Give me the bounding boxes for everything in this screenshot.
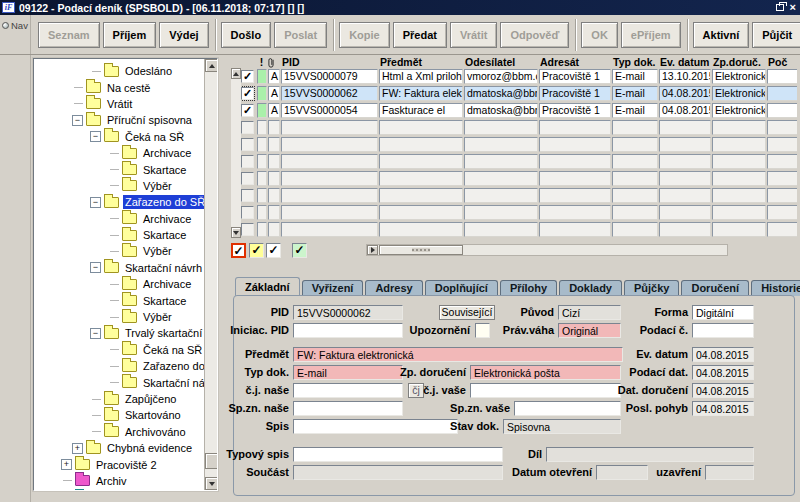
row-checkbox[interactable]: ✓ xyxy=(241,87,254,100)
tree-item-vr-tit[interactable]: Vrátit xyxy=(34,96,217,112)
filter-checkbox-green[interactable]: ✓ xyxy=(292,243,307,258)
close-date-field[interactable] xyxy=(705,465,754,480)
tree-item-archivace[interactable]: Archivace xyxy=(34,145,217,161)
collapse-icon[interactable]: − xyxy=(90,262,101,273)
tree-item-trval-skarta-n-souhlas[interactable]: −Trvalý skartační souhlas xyxy=(34,325,217,341)
filter-checkbox-red[interactable]: ✓ xyxy=(231,243,246,258)
toolbar-button-p-jem[interactable]: Příjem xyxy=(103,22,157,48)
toolbar-button-aktivn[interactable]: Aktivní xyxy=(693,22,750,48)
tab-dopl-uj-c-d[interactable]: Doplňující úd. xyxy=(425,280,498,296)
table-row[interactable]: ✓A15VVS0000054Faskturace eldmatoska@bbm.… xyxy=(231,102,797,119)
tree-item-skartace[interactable]: Skartace xyxy=(34,292,217,308)
tab-historie[interactable]: Historie xyxy=(751,280,800,296)
delivered-date-field[interactable] xyxy=(692,383,754,398)
scroll-down-icon[interactable] xyxy=(205,477,218,490)
row-checkbox[interactable] xyxy=(241,172,254,185)
open-date-field[interactable] xyxy=(596,465,648,480)
table-row-empty[interactable] xyxy=(231,170,797,187)
collapse-icon[interactable]: − xyxy=(72,115,83,126)
tab-adresy[interactable]: Adresy xyxy=(365,280,422,296)
tree-item-v-b-r[interactable]: Výběr xyxy=(34,243,217,259)
collapse-icon[interactable]: − xyxy=(90,131,101,142)
row-checkbox[interactable] xyxy=(241,223,254,236)
tree-item-item[interactable] xyxy=(34,489,217,491)
tab-p-lohy[interactable]: Přílohy xyxy=(500,280,557,296)
toolbar-button-p-j-it[interactable]: Půjčit xyxy=(752,22,800,48)
tree-item-za-azeno-do-s[interactable]: Zařazeno do SŘ xyxy=(34,358,217,374)
tree-item-skarta-n-n-vrh[interactable]: Skartační návrh xyxy=(34,374,217,390)
tree-item-v-b-r[interactable]: Výběr xyxy=(34,309,217,325)
tree-item-ek-na-s[interactable]: −Čeká na SŘ xyxy=(34,129,217,145)
last-move-field[interactable] xyxy=(692,401,754,416)
tree-scrollbar[interactable] xyxy=(204,59,217,490)
filter-checkbox-yellow[interactable]: ✓ xyxy=(249,243,264,258)
scroll-down-icon[interactable] xyxy=(231,227,241,238)
tree-item-skartace[interactable]: Skartace xyxy=(34,227,217,243)
row-checkbox[interactable]: ✓ xyxy=(241,104,254,117)
tab-vy-izen[interactable]: Vyřizení xyxy=(302,280,364,296)
volume-field[interactable] xyxy=(546,447,754,462)
legal-weight-field[interactable] xyxy=(558,323,621,338)
your-file-ref-field[interactable] xyxy=(514,401,621,416)
table-row-empty[interactable] xyxy=(231,119,797,136)
tree-item-archivace[interactable]: Archivace xyxy=(34,276,217,292)
delivery-method-field[interactable] xyxy=(470,365,621,380)
toolbar-button-do-lo[interactable]: Došlo xyxy=(221,22,272,48)
table-hscrollbar[interactable] xyxy=(366,244,728,256)
row-checkbox[interactable]: ✓ xyxy=(241,70,254,83)
scroll-up-icon[interactable] xyxy=(205,59,218,72)
component-field[interactable] xyxy=(293,465,503,480)
tree-item-pracovi-t-2[interactable]: +Pracoviště 2 xyxy=(34,456,217,472)
table-row-empty[interactable] xyxy=(231,187,797,204)
subject-field[interactable] xyxy=(293,347,623,362)
tree-scroll-thumb[interactable] xyxy=(205,453,218,469)
tree-item-ek-na-s[interactable]: Čeká na SŘ xyxy=(34,342,217,358)
tree-item-skartov-no[interactable]: Skartováno xyxy=(34,407,217,423)
filter-checkbox-white[interactable]: ✓ xyxy=(266,243,281,258)
tree-item-v-b-r[interactable]: Výběr xyxy=(34,178,217,194)
tree-item-odesl-no[interactable]: Odesláno xyxy=(34,63,217,79)
scroll-up-icon[interactable] xyxy=(231,68,241,79)
tab-z-kladn-d[interactable]: Základní úd. xyxy=(235,277,300,296)
ev-date-field[interactable] xyxy=(692,347,754,362)
our-file-ref-field[interactable] xyxy=(293,401,403,416)
tree-item-chybn-evidence[interactable]: +Chybná evidence xyxy=(34,440,217,456)
row-checkbox[interactable] xyxy=(241,189,254,202)
close-window-icon[interactable]: × xyxy=(790,2,796,13)
tree-item-archivace[interactable]: Archivace xyxy=(34,211,217,227)
row-checkbox[interactable] xyxy=(241,138,254,151)
table-row-empty[interactable] xyxy=(231,153,797,170)
expand-icon[interactable]: + xyxy=(61,459,72,470)
form-field[interactable] xyxy=(692,305,754,320)
table-row-empty[interactable] xyxy=(231,204,797,221)
table-row[interactable]: ✓A15VVS0000062FW: Faktura elektronickádm… xyxy=(231,85,797,102)
scroll-right-icon[interactable] xyxy=(367,245,378,255)
origin-field[interactable] xyxy=(558,305,621,320)
collapse-icon[interactable]: − xyxy=(90,328,101,339)
tree-item-skartace[interactable]: Skartace xyxy=(34,161,217,177)
tree-item-skarta-n-n-vrh[interactable]: −Skartační návrh xyxy=(34,260,217,276)
tree-item-za-azeno-do-s[interactable]: −Zařazeno do SŘ xyxy=(34,194,217,210)
tab-doklady[interactable]: Doklady xyxy=(559,280,622,296)
tree-item-p-ru-n-spisovna[interactable]: −Příruční spisovna xyxy=(34,112,217,128)
row-checkbox[interactable] xyxy=(241,206,254,219)
tree-item-archivov-no[interactable]: Archivováno xyxy=(34,424,217,440)
table-vscrollbar[interactable] xyxy=(231,68,241,238)
pid-field[interactable] xyxy=(293,305,403,320)
row-checkbox[interactable] xyxy=(241,121,254,134)
row-checkbox[interactable] xyxy=(241,155,254,168)
filing-no-field[interactable] xyxy=(692,323,754,338)
doc-state-field[interactable] xyxy=(503,419,621,434)
table-row-empty[interactable] xyxy=(231,221,797,238)
restore-window-icon[interactable] xyxy=(776,4,784,11)
initial-pid-field[interactable] xyxy=(293,323,403,338)
toolbar-button-v-dej[interactable]: Výdej xyxy=(159,22,208,48)
tree-item-zap-j-eno[interactable]: Zapůjčeno xyxy=(34,391,217,407)
tab-doru-en[interactable]: Doručení xyxy=(681,280,749,296)
collapse-icon[interactable]: − xyxy=(90,197,101,208)
type-file-field[interactable] xyxy=(293,447,503,462)
tree-item-na-cest[interactable]: Na cestě xyxy=(34,79,217,95)
toolbar-button-p-edat[interactable]: Předat xyxy=(393,22,447,48)
expand-icon[interactable]: + xyxy=(72,443,83,454)
table-row-empty[interactable] xyxy=(231,136,797,153)
